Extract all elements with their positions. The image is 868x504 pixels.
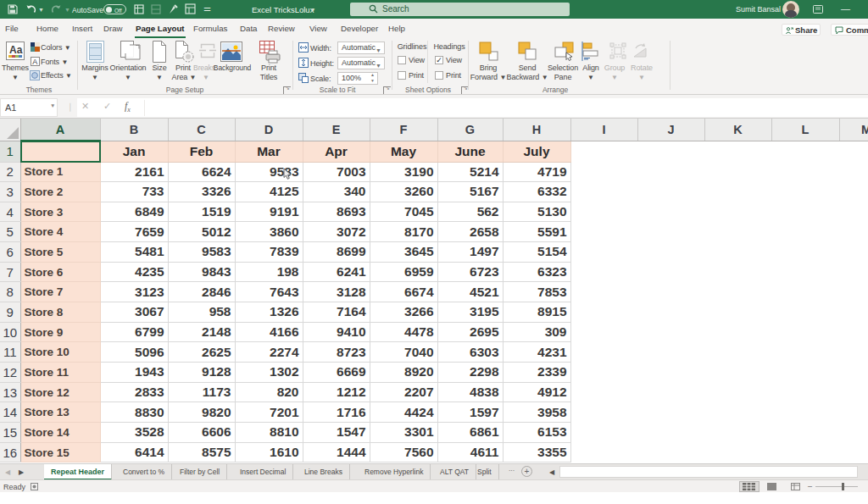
svg-text:Aa: Aa — [9, 44, 23, 56]
svg-text:A: A — [32, 58, 37, 66]
